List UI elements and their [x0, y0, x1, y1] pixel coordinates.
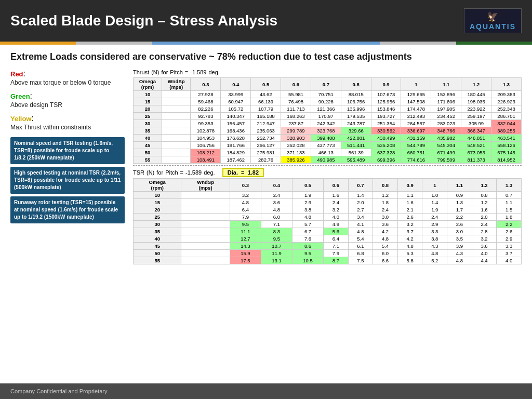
table-cell: 242.342	[311, 120, 341, 127]
table-cell: 180.445	[461, 91, 491, 98]
table-row: 25	[134, 214, 181, 221]
legend-green-text: Above design TSR	[10, 101, 125, 110]
table-cell: 675.145	[491, 149, 522, 156]
color-bar	[0, 42, 532, 45]
table-cell	[162, 98, 191, 105]
info-box-3: Runaway rotor testing (TSR=15) possible …	[10, 196, 125, 223]
table-cell: 7.1	[324, 243, 349, 250]
table-cell: 27.928	[191, 91, 221, 98]
table-cell: 14.3	[230, 243, 261, 250]
table-cell: 3.0	[373, 214, 398, 221]
table-cell: 305.99	[461, 120, 491, 127]
col-06: 0.6	[281, 78, 311, 91]
thrust-pitch: Pitch	[170, 69, 182, 75]
table-cell: 558.126	[491, 142, 522, 149]
table-cell: 4.8	[292, 214, 323, 221]
table-cell: 3.6	[472, 243, 497, 250]
table-cell: 6.0	[261, 214, 292, 221]
table-cell: 545.304	[431, 142, 461, 149]
table-cell: 2.4	[324, 199, 349, 206]
table-cell	[162, 156, 191, 164]
table-cell: 2.6	[497, 228, 522, 235]
table-cell: 4.8	[261, 206, 292, 214]
table-cell: 811.373	[461, 156, 491, 164]
table-cell: 466.13	[311, 149, 341, 156]
table-cell: 4.8	[447, 257, 472, 264]
left-col: Red: Above max torque or below 0 torque …	[10, 69, 125, 264]
table-cell: 153.846	[371, 105, 401, 113]
table-cell: 2.6	[447, 221, 472, 228]
table-cell: 431.159	[401, 135, 431, 142]
legend-yellow: Yellow: Max Thrust within constraints	[10, 114, 125, 132]
table-cell: 3.8	[292, 206, 323, 214]
table-cell: 43.62	[251, 91, 281, 98]
col-08: 0.8	[341, 78, 371, 91]
table-cell: 106.756	[191, 142, 221, 149]
table-cell	[181, 221, 230, 228]
table-cell	[181, 214, 230, 221]
headline: Extreme Loads considered are conservativ…	[10, 51, 522, 63]
table-cell: 7.6	[292, 235, 323, 243]
legend-green-colon: :	[30, 91, 32, 100]
table-cell: 2.7	[348, 206, 373, 214]
thrust-header: Thrust (N) for Pitch = -1.589 deg.	[133, 69, 522, 75]
table-cell: 3.6	[261, 199, 292, 206]
tsr-col-03: 0.3	[230, 179, 261, 192]
right-col: Thrust (N) for Pitch = -1.589 deg. Omega…	[133, 69, 522, 264]
table-cell: 1.4	[348, 192, 373, 199]
table-row: 10	[134, 91, 162, 98]
table-cell: 251.354	[371, 120, 401, 127]
tsr-col-omega: Omega(rpm)	[134, 179, 181, 192]
tsr-for: for	[156, 169, 163, 176]
table-cell: 147.508	[401, 98, 431, 105]
col-wndsp: WndSp(mps)	[162, 78, 191, 91]
table-cell: 7.9	[324, 250, 349, 257]
table-cell: 226.923	[491, 98, 522, 105]
legend-red-text: Above max torque or below 0 torque	[10, 78, 125, 87]
table-cell: 389.255	[491, 127, 522, 135]
table-cell: 60.947	[221, 98, 251, 105]
table-cell: 9.5	[230, 221, 261, 228]
table-cell: 548.521	[461, 142, 491, 149]
page-title: Scaled Blade Design – Stress Analysis	[10, 12, 277, 29]
table-cell: 673.053	[461, 149, 491, 156]
table-row: 15	[134, 199, 181, 206]
table-cell: 1.8	[373, 199, 398, 206]
header: Scaled Blade Design – Stress Analysis 🦅 …	[0, 0, 532, 42]
table-cell: 511.441	[341, 142, 371, 149]
tsr-value: -1.589	[185, 169, 202, 176]
table-row: 55	[134, 156, 162, 164]
table-cell: 2.1	[397, 206, 422, 214]
table-cell: 371.133	[281, 149, 311, 156]
legend-yellow-label: Yellow	[10, 115, 31, 123]
tsr-col-07: 0.7	[348, 179, 373, 192]
table-cell: 129.665	[401, 91, 431, 98]
table-cell: 1.1	[497, 199, 522, 206]
table-cell: 105.72	[221, 105, 251, 113]
table-cell: 33.999	[221, 91, 251, 98]
table-row: 15	[134, 98, 162, 105]
table-cell: 2.4	[472, 221, 497, 228]
table-cell: 170.97	[311, 113, 341, 120]
tsr-pitch: Pitch	[165, 169, 178, 176]
tsr-header-row: TSR (N) for Pitch = -1.589 deg. Dia. = 1…	[133, 168, 522, 177]
divider	[133, 165, 522, 166]
logo-icon: 🦅	[487, 11, 498, 22]
table-cell: 2.0	[472, 214, 497, 221]
table-cell: 125.956	[371, 98, 401, 105]
table-cell: 237.87	[281, 120, 311, 127]
table-cell: 299.789	[281, 127, 311, 135]
table-cell: 283.023	[431, 120, 461, 127]
table-cell: 3.0	[447, 228, 472, 235]
table-cell: 0.8	[472, 192, 497, 199]
table-cell: 7.9	[230, 214, 261, 221]
table-cell: 4.8	[397, 243, 422, 250]
table-row: 40	[134, 235, 181, 243]
info-box-2: High speed testing at nominal TSR (2.2m/…	[10, 167, 125, 194]
table-cell: 11.9	[261, 250, 292, 257]
table-cell: 3.8	[422, 235, 447, 243]
table-cell: 4.4	[472, 257, 497, 264]
table-cell: 435.982	[431, 135, 461, 142]
tsr-col-06: 0.6	[324, 179, 349, 192]
table-cell	[162, 91, 191, 98]
